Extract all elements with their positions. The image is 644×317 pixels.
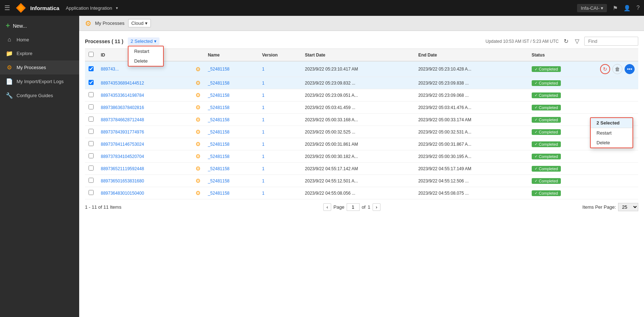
row-version-link[interactable]: 1 (262, 67, 265, 72)
row-checkbox[interactable] (89, 153, 94, 158)
row-version-link[interactable]: 1 (262, 105, 265, 110)
row-name-link[interactable]: _52481158 (208, 67, 229, 72)
help-icon[interactable]: ? (636, 5, 640, 11)
row-id-link[interactable]: 889738636378402816 (101, 105, 144, 110)
row-version-link[interactable]: 1 (262, 166, 265, 171)
row-name-link[interactable]: _52481158 (208, 178, 229, 184)
find-input[interactable] (584, 37, 638, 46)
check-icon: ✓ (535, 105, 537, 109)
col-status: Status (528, 49, 596, 62)
row-end-date: 2023/9/22 05:23:09.838 ... (415, 77, 528, 89)
row-checkbox[interactable] (89, 80, 94, 85)
new-plus-icon: + (6, 22, 10, 30)
row-version-link[interactable]: 1 (262, 93, 265, 98)
row-name-link[interactable]: _52481158 (208, 166, 229, 171)
row-checkbox[interactable] (89, 104, 94, 109)
user-icon[interactable]: 👤 (623, 5, 631, 12)
hamburger-icon[interactable]: ☰ (4, 4, 10, 12)
row-version-link[interactable]: 1 (262, 178, 265, 184)
row-checkbox[interactable] (89, 129, 94, 134)
row-checkbox[interactable] (89, 178, 94, 183)
row-version-link[interactable]: 1 (262, 117, 265, 122)
row-version-link[interactable]: 1 (262, 142, 265, 147)
pagination-bar: 1 - 11 of 11 Items ‹ Page of 1 › Items P… (85, 199, 638, 211)
check-icon: ✓ (535, 130, 537, 134)
row-name-link[interactable]: _52481158 (208, 93, 229, 98)
sidebar-item-my-processes[interactable]: ⚙ My Processes (0, 60, 79, 74)
toolbar-right: Updated 10:53 AM IST / 5:23 AM UTC ↻ ▽ (486, 37, 638, 46)
row-version-link[interactable]: 1 (262, 191, 265, 196)
org-selector[interactable]: Infa-CAI- ▾ (577, 4, 607, 12)
restart-row-button[interactable]: ↻ (600, 64, 610, 74)
sidebar-item-explore[interactable]: 📁 Explore (0, 46, 79, 60)
filter-button[interactable]: ▽ (573, 37, 581, 45)
row-id-link[interactable]: 889737846628712448 (101, 117, 144, 122)
row-checkbox[interactable] (89, 190, 94, 195)
row-id-link[interactable]: 889743... (101, 67, 119, 72)
panel-restart-item[interactable]: Restart (591, 128, 632, 138)
process-gear-icon: ⚙ (195, 104, 201, 110)
selected-panel: 2 Selected Restart Delete (590, 117, 633, 148)
row-name-link[interactable]: _52481158 (208, 142, 229, 147)
row-name-link[interactable]: _52481158 (208, 191, 229, 196)
panel-delete-item[interactable]: Delete (591, 138, 632, 148)
cloud-dropdown[interactable]: Cloud ▾ (128, 19, 151, 27)
row-name-link[interactable]: _52481158 (208, 130, 229, 135)
row-start-date: 2023/9/22 05:00:31.861 AM (301, 138, 415, 150)
row-end-date: 2023/9/22 05:23:10.428 A... (415, 61, 528, 77)
row-end-date: 2023/9/22 04:55:08.075 ... (415, 187, 528, 199)
table-row: 889738636378402816⚙_5248115812023/9/22 0… (85, 101, 638, 114)
row-checkbox[interactable] (89, 66, 94, 71)
row-checkbox[interactable] (89, 166, 94, 171)
table-row: 889737843931774976⚙_5248115812023/9/22 0… (85, 126, 638, 138)
row-version-link[interactable]: 1 (262, 130, 265, 135)
row-version-link[interactable]: 1 (262, 81, 265, 86)
sidebar-item-import-export[interactable]: 📄 My Import/Export Logs (0, 74, 79, 89)
row-id-link[interactable]: 889743533614198784 (101, 93, 144, 98)
app-arrow-icon[interactable]: ▾ (116, 6, 118, 10)
process-gear-icon: ⚙ (195, 178, 201, 184)
row-version-link[interactable]: 1 (262, 154, 265, 159)
row-id-link[interactable]: 889737841146753024 (101, 142, 144, 147)
next-page-button[interactable]: › (373, 203, 380, 211)
row-checkbox[interactable] (89, 117, 94, 122)
pagination-controls: ‹ Page of 1 › (323, 203, 380, 211)
col-version: Version (258, 49, 301, 62)
delete-row-button[interactable]: 🗑 (612, 64, 622, 74)
page-input[interactable] (347, 203, 360, 211)
refresh-button[interactable]: ↻ (562, 37, 570, 45)
context-delete-item[interactable]: Delete (129, 56, 163, 66)
process-gear-icon: ⚙ (195, 129, 201, 135)
sidebar-item-configure-guides[interactable]: 🔧 Configure Guides (0, 89, 79, 103)
more-row-button[interactable]: ••• (625, 64, 635, 74)
row-id-link[interactable]: 889737843931774976 (101, 130, 144, 135)
prev-page-button[interactable]: ‹ (323, 203, 331, 211)
row-id-link[interactable]: 889736483010150400 (101, 191, 144, 196)
context-restart-item[interactable]: Restart (129, 46, 163, 56)
row-end-date: 2023/9/22 05:23:09.068 ... (415, 89, 528, 101)
row-name-link[interactable]: _52481158 (208, 154, 229, 159)
row-id-link[interactable]: 889737834104520704 (101, 154, 144, 159)
row-id-link[interactable]: 889743536894144512 (101, 81, 144, 86)
check-icon: ✓ (535, 67, 537, 71)
process-gear-icon: ⚙ (195, 80, 201, 86)
col-end-date: End Date (415, 49, 528, 62)
row-id-link[interactable]: 889736501653831680 (101, 178, 144, 184)
row-id-link[interactable]: 889736521119592448 (101, 166, 144, 171)
items-per-page: Items Per Page: 25 50 100 (582, 203, 638, 211)
select-all-checkbox[interactable] (89, 52, 94, 57)
row-checkbox[interactable] (89, 141, 94, 146)
row-name-link[interactable]: _52481158 (208, 81, 229, 86)
per-page-select[interactable]: 25 50 100 (618, 203, 638, 211)
of-label: of (362, 204, 366, 210)
flag-icon[interactable]: ⚑ (613, 5, 618, 12)
row-checkbox[interactable] (89, 92, 94, 97)
status-badge: ✓ Completed (532, 105, 561, 110)
total-pages: 1 (368, 204, 370, 210)
app-name[interactable]: Application Integration (66, 5, 112, 11)
row-name-link[interactable]: _52481158 (208, 105, 229, 110)
row-name-link[interactable]: _52481158 (208, 117, 229, 122)
new-button[interactable]: + New... (0, 19, 79, 33)
sidebar-item-home[interactable]: ⌂ Home (0, 33, 79, 46)
selected-badge[interactable]: 2 Selected ▾ Restart Delete (128, 37, 159, 45)
